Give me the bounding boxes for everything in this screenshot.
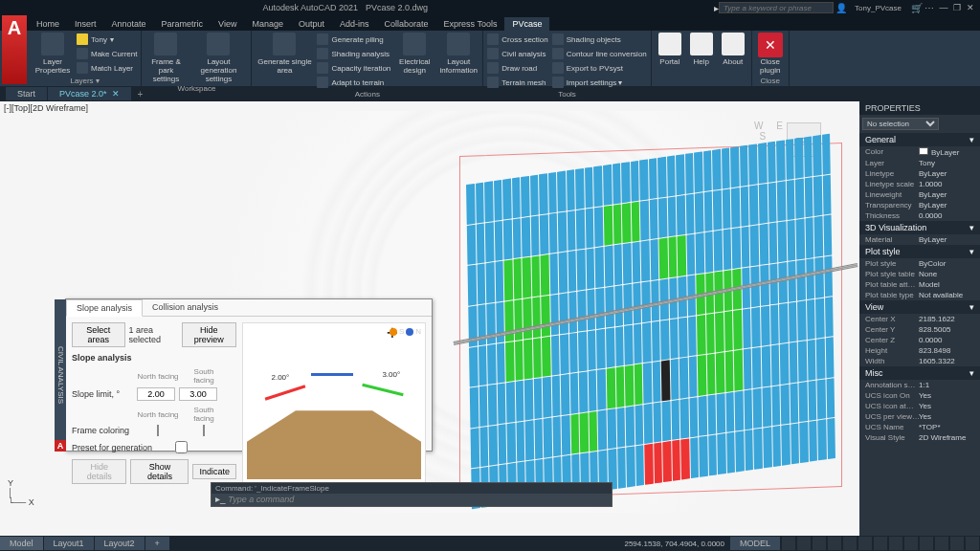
doc-tab[interactable]: PVcase 2.0* ✕ bbox=[48, 87, 131, 100]
layer-properties-button[interactable]: Layer Properties bbox=[33, 33, 73, 76]
generate-single-area-button[interactable]: Generate single area bbox=[256, 33, 313, 89]
terrain-mesh-button[interactable]: Terrain mesh bbox=[487, 76, 547, 89]
match-layer-button[interactable]: Match Layer bbox=[77, 61, 137, 75]
shading-analysis-button[interactable]: Shading analysis bbox=[317, 47, 390, 60]
status-icon[interactable] bbox=[782, 537, 795, 550]
status-icon[interactable] bbox=[813, 537, 826, 550]
export-pvsyst-button[interactable]: Export to PVsyst bbox=[552, 61, 647, 75]
status-icon[interactable] bbox=[843, 537, 857, 550]
status-icon[interactable] bbox=[904, 537, 918, 550]
dialog-tab[interactable]: Collision analysis bbox=[143, 299, 228, 316]
status-icon[interactable] bbox=[874, 537, 887, 550]
adapt-terrain-button[interactable]: Adapt to terrain bbox=[317, 76, 390, 89]
status-icon[interactable] bbox=[889, 537, 902, 550]
prop-group-header[interactable]: Plot style▾ bbox=[859, 245, 980, 258]
cart-icon[interactable]: 🛒 bbox=[911, 3, 921, 12]
prop-row[interactable]: Plot table typeNot available bbox=[859, 290, 980, 300]
ribbon-tab-annotate[interactable]: Annotate bbox=[104, 17, 154, 31]
layer-combo[interactable]: Tony ▾ bbox=[77, 33, 137, 46]
restore-button[interactable]: ❐ bbox=[951, 2, 963, 13]
layout-tab[interactable]: Layout2 bbox=[95, 537, 145, 550]
ribbon-tab-insert[interactable]: Insert bbox=[67, 17, 104, 31]
prop-row[interactable]: Visual Style2D Wireframe bbox=[859, 432, 980, 443]
prop-row[interactable]: ColorByLayer bbox=[859, 146, 980, 158]
prop-row[interactable]: Center X2185.1622 bbox=[859, 314, 980, 324]
prop-row[interactable]: Width1605.3322 bbox=[859, 356, 980, 366]
ribbon-tab-view[interactable]: View bbox=[211, 17, 244, 31]
prop-row[interactable]: Thickness0.0000 bbox=[859, 210, 980, 221]
civil-analysis-button[interactable]: Civil analysis bbox=[487, 47, 547, 60]
prop-row[interactable]: Center Y828.5005 bbox=[859, 324, 980, 335]
hide-preview-button[interactable]: Hide preview bbox=[182, 322, 236, 347]
layout-info-button[interactable]: Layout information bbox=[438, 33, 479, 89]
ribbon-tab-parametric[interactable]: Parametric bbox=[154, 17, 212, 31]
prop-group-header[interactable]: 3D Visualization▾ bbox=[859, 221, 980, 234]
prop-row[interactable]: LayerTony bbox=[859, 158, 980, 168]
ribbon-tab-add-ins[interactable]: Add-ins bbox=[332, 17, 377, 31]
prop-row[interactable]: UCS Name*TOP* bbox=[859, 422, 980, 432]
ribbon-tab-home[interactable]: Home bbox=[29, 17, 67, 31]
ribbon-tab-manage[interactable]: Manage bbox=[244, 17, 291, 31]
show-details-button[interactable]: Show details bbox=[130, 459, 189, 484]
layout-add-button[interactable]: + bbox=[145, 537, 169, 550]
ribbon-tab-express tools[interactable]: Express Tools bbox=[436, 17, 505, 31]
drawing-canvas[interactable]: [-][Top][2D Wireframe] W E S TOP CIVIL A… bbox=[0, 101, 859, 536]
prop-row[interactable]: Plot styleByColor bbox=[859, 258, 980, 269]
prop-row[interactable]: Center Z0.0000 bbox=[859, 335, 980, 345]
command-line[interactable]: Command: '_IndicateFrameSlope ▸_ Type a … bbox=[211, 482, 612, 507]
import-settings-button[interactable]: Import settings ▾ bbox=[552, 76, 647, 89]
new-doc-button[interactable]: + bbox=[132, 89, 149, 99]
layout-gen-settings-button[interactable]: Layout generation settings bbox=[189, 33, 247, 83]
status-icon[interactable] bbox=[797, 537, 811, 550]
capacity-iteration-button[interactable]: Capacity iteration bbox=[317, 61, 390, 75]
search-input[interactable] bbox=[719, 2, 834, 13]
signin-icon[interactable]: 👤 bbox=[835, 3, 845, 12]
status-icon[interactable] bbox=[858, 537, 872, 550]
status-icon[interactable] bbox=[920, 537, 933, 550]
select-areas-button[interactable]: Select areas bbox=[72, 322, 125, 347]
prop-row[interactable]: MaterialByLayer bbox=[859, 234, 980, 245]
status-icon[interactable] bbox=[828, 537, 841, 550]
contour-line-button[interactable]: Contour line conversion bbox=[552, 47, 647, 60]
prop-row[interactable]: Annotation s…1:1 bbox=[859, 380, 980, 390]
prop-row[interactable]: UCS per view…Yes bbox=[859, 411, 980, 422]
close-window-button[interactable]: ✕ bbox=[965, 2, 976, 13]
view-label[interactable]: [-][Top][2D Wireframe] bbox=[4, 103, 88, 113]
frame-park-settings-button[interactable]: Frame & park settings bbox=[145, 33, 186, 83]
model-space-button[interactable]: MODEL bbox=[730, 537, 780, 550]
prop-row[interactable]: Plot style tableNone bbox=[859, 269, 980, 279]
north-color-swatch[interactable] bbox=[157, 425, 159, 436]
about-button[interactable]: About bbox=[719, 33, 747, 76]
ribbon-tab-output[interactable]: Output bbox=[291, 17, 332, 31]
prop-row[interactable]: Linetype scale1.0000 bbox=[859, 179, 980, 189]
prop-row[interactable]: Height823.8498 bbox=[859, 345, 980, 356]
make-current-button[interactable]: Make Current bbox=[77, 47, 137, 60]
prop-group-header[interactable]: General▾ bbox=[859, 133, 980, 146]
doc-tab[interactable]: Start bbox=[6, 87, 47, 100]
prop-group-header[interactable]: View▾ bbox=[859, 300, 980, 314]
user-name[interactable]: Tony_PVcase bbox=[855, 4, 902, 12]
south-color-swatch[interactable] bbox=[203, 425, 205, 436]
help-button[interactable]: Help bbox=[688, 33, 715, 76]
electrical-design-button[interactable]: Electrical design bbox=[394, 33, 434, 89]
prop-row[interactable]: TransparencyByLayer bbox=[859, 200, 980, 210]
status-icon[interactable] bbox=[935, 537, 948, 550]
preset-checkbox[interactable] bbox=[175, 441, 188, 453]
selection-combo[interactable]: No selection bbox=[862, 118, 939, 130]
minimize-button[interactable]: — bbox=[938, 2, 949, 13]
generate-piling-button[interactable]: Generate piling bbox=[317, 33, 390, 46]
status-icon[interactable] bbox=[966, 537, 979, 550]
prop-group-header[interactable]: Misc▾ bbox=[859, 366, 980, 380]
layout-tab[interactable]: Layout1 bbox=[44, 537, 94, 550]
prop-row[interactable]: LinetypeByLayer bbox=[859, 168, 980, 179]
prop-row[interactable]: UCS icon at…Yes bbox=[859, 401, 980, 411]
dialog-tab[interactable]: Slope analysis bbox=[66, 299, 143, 317]
prop-row[interactable]: UCS icon OnYes bbox=[859, 390, 980, 401]
draw-road-button[interactable]: Draw road bbox=[487, 61, 547, 75]
app-switcher-icon[interactable]: ⋯ bbox=[924, 3, 934, 12]
ribbon-tab-collaborate[interactable]: Collaborate bbox=[377, 17, 436, 31]
prop-row[interactable]: Plot table att…Model bbox=[859, 279, 980, 290]
close-plugin-button[interactable]: ✕Close plugin bbox=[756, 33, 785, 76]
shading-objects-button[interactable]: Shading objects bbox=[552, 33, 647, 46]
ribbon-tab-pvcase[interactable]: PVcase bbox=[504, 17, 549, 31]
